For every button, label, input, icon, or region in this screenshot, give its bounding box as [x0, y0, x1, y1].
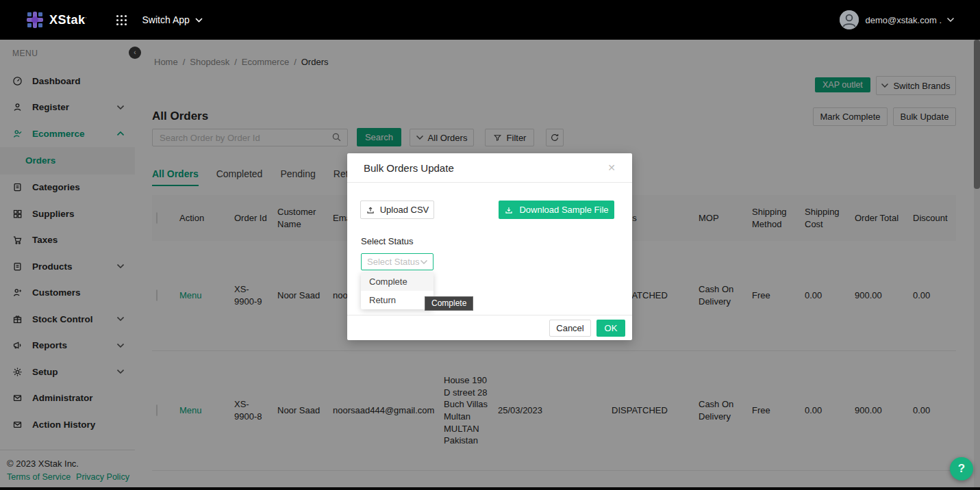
chevron-down-icon: [420, 260, 427, 264]
option-complete[interactable]: Complete: [361, 272, 434, 291]
window-bottom-edge: [0, 487, 980, 490]
status-select[interactable]: Select Status: [361, 253, 434, 270]
chevron-down-icon: [195, 18, 203, 23]
help-button[interactable]: ?: [950, 457, 973, 480]
cancel-button[interactable]: Cancel: [549, 320, 591, 337]
brand-logo[interactable]: XStakʼ: [26, 11, 87, 29]
switch-app-menu[interactable]: Switch App: [142, 14, 203, 25]
close-icon[interactable]: ✕: [607, 162, 616, 173]
status-dropdown: Complete Return: [361, 272, 434, 309]
option-return[interactable]: Return: [361, 291, 434, 309]
download-sample-button[interactable]: Download Sample File: [499, 201, 614, 219]
brand-name: XStak: [49, 13, 86, 27]
upload-csv-button[interactable]: Upload CSV: [360, 201, 434, 219]
complete-tooltip: Complete: [425, 296, 473, 311]
upload-icon: [366, 205, 375, 215]
chevron-down-icon: [947, 18, 954, 22]
status-select-placeholder: Select Status: [367, 257, 420, 267]
select-status-label: Select Status: [361, 236, 414, 246]
brand-trademark: ʼ: [86, 16, 87, 23]
download-sample-label: Download Sample File: [519, 205, 608, 215]
upload-csv-label: Upload CSV: [380, 205, 429, 215]
top-navbar: XStakʼ Switch App demo@xstak.com .: [0, 0, 980, 40]
download-icon: [504, 205, 514, 215]
user-email-label: demo@xstak.com .: [866, 15, 942, 25]
user-menu[interactable]: demo@xstak.com .: [866, 15, 954, 25]
user-avatar[interactable]: [840, 10, 859, 29]
bulk-orders-update-modal: Bulk Orders Update ✕ Upload CSV Download…: [347, 153, 632, 340]
ok-button[interactable]: OK: [596, 320, 625, 337]
modal-title: Bulk Orders Update: [364, 162, 454, 174]
xstak-logo-icon: [26, 11, 44, 29]
switch-app-label: Switch App: [142, 14, 190, 25]
app-grid-icon[interactable]: [116, 14, 127, 26]
